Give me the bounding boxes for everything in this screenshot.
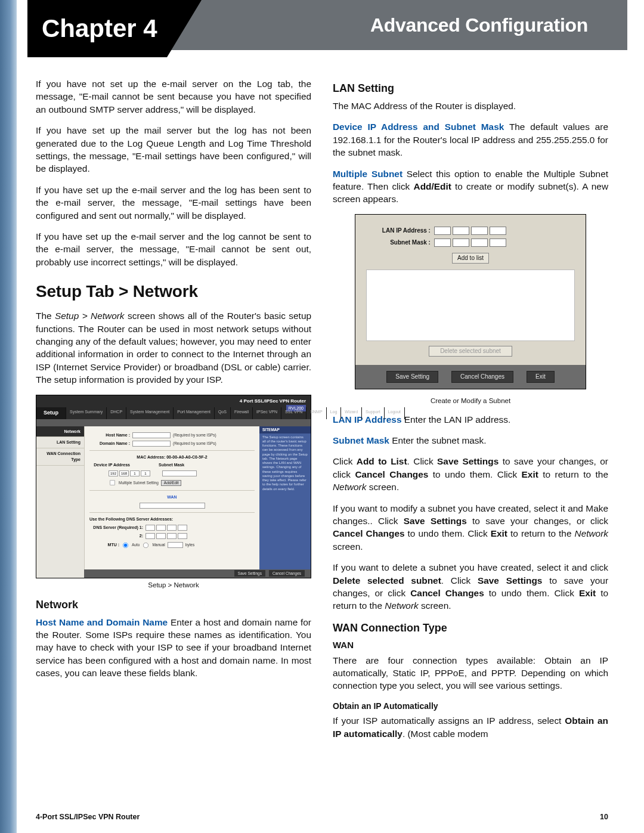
delete-selected-subnet-button[interactable]: Delete selected subnet bbox=[429, 346, 512, 357]
para: Subnet Mask Enter the subnet mask. bbox=[333, 434, 608, 447]
text-bold: Cancel Changes bbox=[333, 528, 405, 538]
text: to return to the bbox=[507, 528, 575, 538]
para: If you have set up the e-mail server and… bbox=[36, 184, 311, 222]
text-italic: Network bbox=[385, 600, 418, 611]
mtu-input[interactable] bbox=[168, 542, 183, 548]
lanip-label: LAN IP Address : bbox=[366, 227, 431, 235]
nav-item[interactable]: WAN Connection Type bbox=[36, 448, 84, 465]
dns2-input[interactable] bbox=[145, 533, 187, 539]
runin-multiple-subnet: Multiple Subnet bbox=[333, 169, 402, 179]
add-edit-subnet-button[interactable]: Add/Edit bbox=[161, 480, 182, 486]
heading-obtain-ip: Obtain an IP Automatically bbox=[333, 701, 608, 712]
footer-product: 4-Port SSL/IPSec VPN Router bbox=[36, 813, 140, 821]
figure-setup-network: 4 Port SSL/IPSec VPN Router RVL200 Setup… bbox=[36, 395, 311, 578]
tab[interactable]: Firewall bbox=[231, 407, 253, 419]
tab[interactable]: IPSec VPN bbox=[253, 407, 281, 419]
mask-select[interactable] bbox=[162, 470, 197, 476]
text-italic: Setup > Network bbox=[55, 311, 125, 321]
text: . Click bbox=[441, 575, 478, 586]
left-column: If you have not set up the e-mail server… bbox=[36, 78, 311, 803]
dns1-input[interactable] bbox=[145, 525, 187, 531]
text-bold: Cancel Changes bbox=[410, 588, 484, 598]
mtu-manual-radio[interactable] bbox=[143, 542, 148, 547]
chapter-badge: Chapter 4 bbox=[27, 0, 202, 57]
page-left-accent bbox=[0, 0, 17, 833]
heading-wan: WAN bbox=[333, 639, 608, 652]
ip-octets[interactable]: 19216811 bbox=[109, 470, 150, 476]
dns1-label: DNS Server (Required) 1: bbox=[89, 525, 143, 531]
tab-setup[interactable]: Setup bbox=[36, 407, 66, 419]
heading-setup-network: Setup Tab > Network bbox=[36, 280, 311, 304]
ms-label: Multiple Subnet Setting bbox=[119, 480, 159, 485]
para: There are four connection types availabl… bbox=[333, 654, 608, 692]
figure-caption: Create or Modify a Subnet bbox=[333, 397, 608, 406]
save-setting-button[interactable]: Save Setting bbox=[386, 371, 438, 383]
runin-host-domain: Host Name and Domain Name bbox=[36, 617, 168, 627]
cancel-changes-button[interactable]: Cancel Changes bbox=[451, 371, 513, 383]
router-ui-title: 4 Port SSL/IPSec VPN Router bbox=[240, 398, 306, 404]
text: to undo them. Click bbox=[484, 588, 579, 598]
text: . (Most cable modem bbox=[402, 729, 488, 739]
exit-button[interactable]: Exit bbox=[527, 371, 555, 383]
cancel-changes-button[interactable]: Cancel Changes bbox=[269, 570, 305, 577]
tab[interactable]: Port Management bbox=[174, 407, 215, 419]
text-bold: Exit bbox=[579, 588, 596, 598]
footer-page-num: 10 bbox=[600, 813, 608, 821]
text-italic: Network bbox=[575, 528, 608, 538]
tab[interactable]: DHCP bbox=[107, 407, 126, 419]
tab[interactable]: Log bbox=[327, 407, 342, 419]
para: Multiple Subnet Select this option to en… bbox=[333, 168, 608, 206]
wan-label: WAN bbox=[167, 494, 177, 500]
lanip-input[interactable] bbox=[434, 227, 506, 235]
text: If your ISP automatically assigns an IP … bbox=[333, 716, 565, 726]
mask-input[interactable] bbox=[434, 239, 506, 247]
figure-caption: Setup > Network bbox=[36, 581, 311, 590]
wan-type-select[interactable] bbox=[140, 503, 205, 509]
multiple-subnet-checkbox[interactable] bbox=[110, 480, 115, 485]
text-bold: Add/Edit bbox=[414, 181, 451, 191]
text-bold: Add to List bbox=[357, 456, 407, 466]
tab[interactable]: Wizard bbox=[341, 407, 362, 419]
text-italic: Network bbox=[333, 482, 366, 492]
heading-lan-setting: LAN Setting bbox=[333, 81, 608, 96]
para: Device IP Address and Subnet Mask The de… bbox=[333, 120, 608, 159]
mtu-bytes: bytes bbox=[185, 542, 195, 547]
text: Enter the subnet mask. bbox=[389, 435, 487, 445]
host-input[interactable] bbox=[132, 432, 171, 438]
subnet-list[interactable] bbox=[366, 270, 575, 341]
router-help-panel: SITEMAP The Setup screen contains all of… bbox=[259, 426, 311, 569]
tab[interactable]: SSL VPN bbox=[281, 407, 306, 419]
tab[interactable]: Support bbox=[362, 407, 385, 419]
chapter-label: Chapter 4 bbox=[42, 14, 157, 43]
tab[interactable]: QoS bbox=[215, 407, 231, 419]
text: If you want to delete a subnet you have … bbox=[333, 562, 608, 572]
heading-wan-connection-type: WAN Connection Type bbox=[333, 621, 608, 636]
text: . Click bbox=[407, 456, 438, 466]
domain-input[interactable] bbox=[132, 441, 171, 447]
tab[interactable]: SNMP bbox=[306, 407, 326, 419]
help-title: SITEMAP bbox=[259, 426, 311, 433]
domain-label: Domain Name : bbox=[89, 441, 130, 447]
runin-device-ip: Device IP Address and Subnet Mask bbox=[333, 122, 504, 132]
tab[interactable]: System Management bbox=[126, 407, 174, 419]
tab[interactable]: System Summary bbox=[66, 407, 107, 419]
add-to-list-button[interactable]: Add to list bbox=[452, 253, 489, 264]
text: screen. bbox=[366, 482, 399, 492]
nav-item[interactable]: LAN Setting bbox=[36, 437, 84, 448]
mtu-manual-label: Manual bbox=[152, 542, 165, 547]
para: Host Name and Domain Name Enter a host a… bbox=[36, 616, 311, 680]
para: If you have set up the mail server but t… bbox=[36, 124, 311, 175]
page-footer: 4-Port SSL/IPSec VPN Router 10 bbox=[36, 813, 608, 821]
text: screen shows all of the Router's basic s… bbox=[36, 311, 311, 385]
section-title: Advanced Configuration bbox=[370, 14, 588, 36]
para: If you have set up the e-mail server and… bbox=[36, 230, 311, 268]
nav-network[interactable]: Network bbox=[36, 426, 84, 438]
tab[interactable]: Logout bbox=[385, 407, 405, 419]
save-settings-button[interactable]: Save Settings bbox=[234, 570, 265, 577]
text-bold: Save Settings bbox=[437, 456, 499, 466]
router-bottom-bar: Save Settings Cancel Changes bbox=[84, 569, 311, 578]
mtu-auto-radio[interactable] bbox=[123, 542, 128, 547]
domain-note: (Required by some ISPs) bbox=[173, 441, 216, 446]
mask-label: Subnet Mask bbox=[159, 462, 184, 468]
mtu-auto-label: Auto bbox=[132, 542, 140, 547]
